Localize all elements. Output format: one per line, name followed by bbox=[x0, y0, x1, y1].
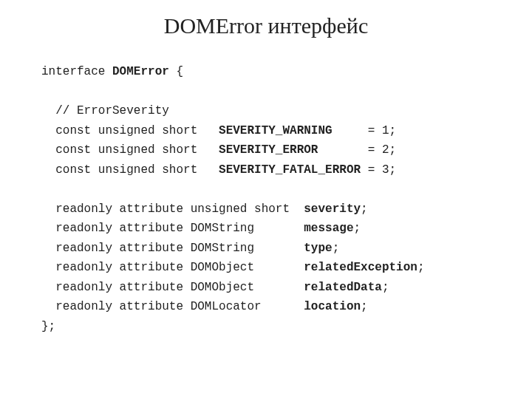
code-line: const unsigned short SEVERITY_WARNING = … bbox=[41, 124, 396, 137]
kw: const unsigned short bbox=[41, 163, 219, 177]
page-title: DOMError интерфейс bbox=[0, 0, 532, 62]
punct: = 2; bbox=[318, 143, 396, 157]
kw: readonly attribute DOMString bbox=[41, 242, 304, 255]
punct: ; bbox=[361, 300, 368, 313]
ident: relatedException bbox=[304, 261, 417, 274]
code-line: readonly attribute DOMString type; bbox=[41, 242, 339, 255]
ident: type bbox=[304, 242, 332, 255]
punct: = 3; bbox=[361, 163, 396, 177]
code-line: const unsigned short SEVERITY_FATAL_ERRO… bbox=[41, 163, 396, 177]
ident: message bbox=[304, 222, 353, 235]
punct: ; bbox=[332, 242, 340, 255]
punct: ; bbox=[361, 202, 368, 216]
punct: ; bbox=[417, 261, 425, 274]
code-line: readonly attribute unsigned short severi… bbox=[41, 202, 368, 216]
code-line: interface DOMError { bbox=[41, 65, 183, 78]
ident: relatedData bbox=[304, 281, 382, 294]
code-block: interface DOMError { // ErrorSeverity co… bbox=[41, 62, 532, 336]
ident: SEVERITY_ERROR bbox=[219, 143, 318, 157]
code-line: readonly attribute DOMLocator location; bbox=[41, 300, 368, 313]
punct: ; bbox=[382, 281, 389, 294]
code-line: readonly attribute DOMObject relatedData… bbox=[41, 281, 389, 294]
ident: location bbox=[304, 300, 361, 313]
kw: const unsigned short bbox=[41, 124, 219, 137]
code-line: readonly attribute DOMObject relatedExce… bbox=[41, 261, 425, 274]
punct: { bbox=[169, 65, 183, 78]
ident: DOMError bbox=[112, 65, 169, 78]
code-line: // ErrorSeverity bbox=[41, 104, 169, 117]
ident: SEVERITY_FATAL_ERROR bbox=[219, 163, 361, 177]
kw: readonly attribute DOMString bbox=[41, 222, 304, 235]
code-line: const unsigned short SEVERITY_ERROR = 2; bbox=[41, 143, 396, 157]
ident: severity bbox=[304, 202, 361, 216]
kw: const unsigned short bbox=[41, 143, 219, 157]
ident: SEVERITY_WARNING bbox=[219, 124, 332, 137]
punct: = 1; bbox=[332, 124, 396, 137]
code-line: }; bbox=[41, 320, 55, 333]
kw: readonly attribute DOMObject bbox=[41, 261, 304, 274]
code-line: readonly attribute DOMString message; bbox=[41, 222, 361, 235]
kw: interface bbox=[41, 65, 112, 78]
punct: ; bbox=[353, 222, 361, 235]
kw: readonly attribute DOMObject bbox=[41, 281, 304, 294]
kw: readonly attribute DOMLocator bbox=[41, 300, 304, 313]
kw: readonly attribute unsigned short bbox=[41, 202, 304, 216]
